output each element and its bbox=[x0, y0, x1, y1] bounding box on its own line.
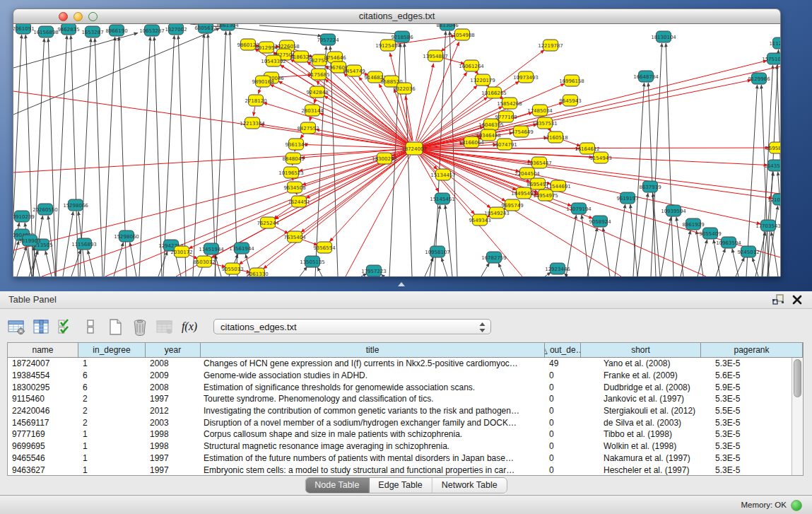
column-header-in_degree[interactable]: in_degree bbox=[78, 343, 146, 357]
graph-node-label: 18300295 bbox=[372, 156, 397, 162]
selected-edge bbox=[422, 150, 761, 223]
edge bbox=[381, 274, 384, 276]
graph-node-label: 12103544 bbox=[767, 197, 780, 203]
tab-node-table[interactable]: Node Table bbox=[305, 478, 369, 493]
graph-node-label: 12213344 bbox=[240, 121, 265, 127]
table-row[interactable]: 977716911998Corpus callosum shape and si… bbox=[8, 428, 792, 440]
edge bbox=[178, 35, 186, 276]
column-header-year[interactable]: year bbox=[146, 343, 201, 357]
tab-edge-table[interactable]: Edge Table bbox=[369, 478, 432, 493]
table-settings-button[interactable] bbox=[6, 316, 27, 337]
maximize-window-button[interactable] bbox=[88, 12, 98, 21]
table-row[interactable]: 946362711997Embryonic stem cells: a mode… bbox=[8, 464, 792, 475]
table-row[interactable]: 2242004622012Investigating the contribut… bbox=[8, 405, 792, 417]
table-cell: Corpus callosum shape and size in male p… bbox=[201, 429, 545, 439]
function-builder-button[interactable]: f(x) bbox=[179, 316, 200, 337]
network-graph[interactable]: 2061051161568989462835165328789661901065… bbox=[13, 24, 780, 276]
edge bbox=[442, 258, 447, 276]
graph-node-label: 8966190 bbox=[105, 28, 127, 34]
table-vertical-scrollbar[interactable] bbox=[792, 358, 803, 475]
table-cell: 9777169 bbox=[8, 429, 78, 439]
selected-edge bbox=[273, 226, 288, 233]
graph-node-label: 9322036 bbox=[393, 86, 416, 92]
edge bbox=[45, 251, 52, 276]
graph-node-label: 10365447 bbox=[526, 160, 552, 166]
graph-node-label: 2030172 bbox=[170, 250, 192, 255]
selected-edge bbox=[421, 151, 706, 276]
column-header-short[interactable]: short bbox=[581, 343, 701, 357]
table-cell: Dudbridge et al. (2008) bbox=[581, 382, 701, 392]
graph-node-label: 1112304 bbox=[769, 41, 780, 47]
float-panel-icon[interactable] bbox=[771, 293, 785, 306]
tab-network-table[interactable]: Network Table bbox=[433, 478, 507, 493]
graph-node-label: 8961929 bbox=[682, 222, 704, 228]
edge bbox=[582, 215, 589, 276]
graph-node-label: 8848049 bbox=[282, 156, 304, 162]
new-document-button[interactable] bbox=[105, 316, 126, 337]
table-row[interactable]: 1830029562008Estimation of significance … bbox=[8, 381, 792, 393]
graph-node-label: 16164612 bbox=[575, 146, 600, 152]
graph-node-label: 12923446 bbox=[545, 267, 570, 272]
window-controls bbox=[59, 12, 98, 21]
table-row[interactable]: 911546021997Tourette syndrome. Phenomeno… bbox=[8, 393, 792, 405]
delete-table-button-disabled bbox=[154, 316, 175, 337]
graph-node-label: 16156898 bbox=[33, 30, 59, 35]
table-row[interactable]: 1456911722003Disruption of a novel membe… bbox=[8, 416, 792, 428]
graph-node-label: 8454749 bbox=[343, 69, 365, 74]
table-cell: 1 bbox=[78, 465, 146, 475]
table-cell: 5.9E-5 bbox=[701, 382, 792, 392]
table-cell: 18724007 bbox=[8, 358, 78, 368]
table-selector-dropdown[interactable]: citations_edges.txt bbox=[213, 319, 491, 334]
table-cell: Embryonic stem cells: a model to study s… bbox=[201, 465, 545, 475]
table-cell: 49 bbox=[545, 358, 581, 368]
table-row[interactable]: 1938455462009Genome-wide association stu… bbox=[8, 370, 792, 382]
graph-node-label: 9695749 bbox=[501, 203, 523, 209]
column-header-pagerank[interactable]: pagerank bbox=[701, 343, 803, 357]
column-header-out_de[interactable]: △ out_de… bbox=[545, 343, 581, 357]
minimize-window-button[interactable] bbox=[73, 12, 83, 21]
table-selector-value: citations_edges.txt bbox=[220, 322, 297, 332]
table-cell: 6 bbox=[78, 370, 146, 380]
table-row[interactable]: 969969511998Structural magnetic resonanc… bbox=[8, 440, 792, 452]
graph-node-label: 10543392 bbox=[261, 59, 286, 64]
table-cell: Nakamura et al. (1997) bbox=[581, 453, 701, 463]
close-panel-icon[interactable] bbox=[791, 293, 804, 306]
table-cell: 19384554 bbox=[8, 370, 78, 380]
graph-node-label: 17485034 bbox=[527, 108, 553, 114]
graph-node-label: 16996158 bbox=[559, 78, 584, 84]
graph-node-label: 11451944 bbox=[199, 247, 224, 252]
table-cell: 2012 bbox=[146, 406, 201, 416]
memory-status-label: Memory: OK bbox=[741, 501, 787, 509]
memory-ok-indicator-icon bbox=[791, 500, 802, 511]
graph-node-label: 9356554 bbox=[313, 245, 336, 251]
table-row[interactable]: 1872400712008Changes of HCN gene express… bbox=[8, 358, 792, 370]
network-canvas[interactable]: 2061051161568989462835165328789661901065… bbox=[13, 24, 781, 276]
graph-node-label: 9462835 bbox=[57, 27, 79, 33]
clear-selection-button[interactable] bbox=[80, 316, 101, 337]
graph-node-label: 15134457 bbox=[430, 173, 456, 178]
edge bbox=[681, 230, 690, 276]
select-all-button[interactable] bbox=[55, 316, 76, 337]
column-header-title[interactable]: title bbox=[201, 343, 545, 357]
split-pane-grip[interactable] bbox=[398, 282, 405, 286]
graph-node-label: 19125494 bbox=[375, 43, 401, 49]
graph-node-label: 7957224 bbox=[317, 37, 339, 43]
graph-node-label: 22044504 bbox=[514, 171, 540, 177]
graph-node-label: 10958107 bbox=[425, 250, 450, 255]
window-titlebar[interactable]: citations_edges.txt bbox=[13, 8, 781, 24]
graph-node-label: 12160518 bbox=[543, 135, 568, 141]
table-cell: 0 bbox=[545, 429, 581, 439]
delete-entries-trash-button[interactable] bbox=[129, 316, 151, 337]
selected-edge bbox=[394, 88, 412, 141]
close-window-button[interactable] bbox=[59, 12, 68, 21]
show-columns-button[interactable] bbox=[30, 316, 52, 337]
table-cell: 5.3E-5 bbox=[701, 453, 792, 463]
edge bbox=[95, 38, 102, 276]
column-header-name[interactable]: name bbox=[8, 343, 78, 357]
graph-node-label: 15751074 bbox=[762, 57, 780, 62]
edge bbox=[317, 267, 322, 276]
scrollbar-thumb[interactable] bbox=[794, 359, 801, 397]
graph-node-label: 8861304 bbox=[216, 24, 239, 28]
graph-node-label: 8754646 bbox=[324, 55, 346, 61]
table-row[interactable]: 946554611997Estimation of the future num… bbox=[8, 452, 792, 465]
